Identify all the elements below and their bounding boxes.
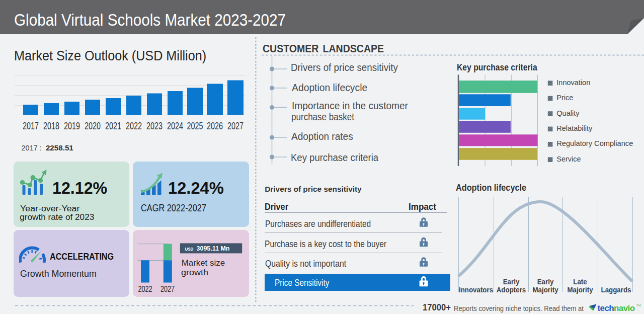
svg-text:2027: 2027	[160, 285, 175, 293]
svg-text:Regulatory Compliance: Regulatory Compliance	[556, 139, 633, 147]
svg-text:2027: 2027	[227, 120, 244, 131]
svg-text:Service: Service	[556, 155, 581, 163]
svg-text:3095.11 Mn: 3095.11 Mn	[197, 245, 230, 252]
svg-text:2022: 2022	[126, 120, 142, 131]
svg-text:2025: 2025	[187, 120, 203, 131]
svg-text:Quality: Quality	[556, 109, 580, 117]
svg-text:Relatability: Relatability	[556, 124, 593, 132]
svg-text:TM: TM	[636, 304, 641, 307]
svg-text:2023: 2023	[146, 120, 163, 131]
svg-text:technavio: technavio	[598, 303, 635, 313]
svg-text:2021: 2021	[105, 120, 121, 131]
svg-text:Price: Price	[556, 94, 573, 102]
svg-text:2018: 2018	[43, 120, 59, 131]
svg-text:USD: USD	[185, 247, 193, 252]
svg-text:2020: 2020	[85, 120, 101, 131]
svg-text:2026: 2026	[207, 120, 223, 131]
svg-text:Innovation: Innovation	[556, 78, 590, 87]
svg-text:2019: 2019	[64, 120, 80, 131]
svg-text:2022: 2022	[138, 285, 152, 293]
svg-text:2024: 2024	[167, 120, 183, 131]
svg-text:2017: 2017	[23, 120, 39, 131]
